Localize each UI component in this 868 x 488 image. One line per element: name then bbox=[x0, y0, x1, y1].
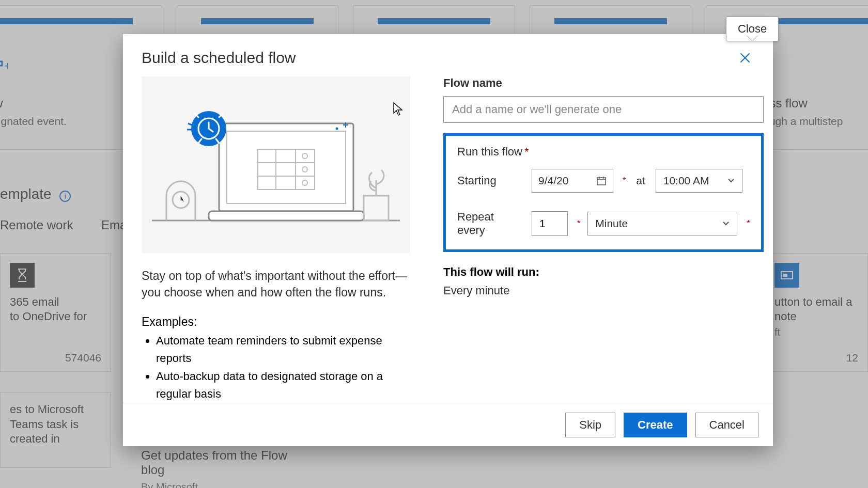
example-item: Auto-backup data to designated storage o… bbox=[156, 368, 410, 403]
create-button[interactable]: Create bbox=[624, 413, 687, 437]
starting-time-value: 10:00 AM bbox=[663, 175, 709, 187]
run-this-flow-label: Run this flow* bbox=[457, 145, 750, 159]
run-schedule-section: Run this flow* Starting 9/4/20 * at 10:0… bbox=[443, 133, 764, 252]
skip-button[interactable]: Skip bbox=[565, 413, 615, 437]
svg-rect-24 bbox=[597, 178, 606, 185]
repeat-unit-select[interactable]: Minute bbox=[587, 212, 737, 235]
chevron-down-icon bbox=[722, 221, 730, 226]
svg-rect-22 bbox=[364, 196, 389, 221]
close-button[interactable] bbox=[736, 49, 754, 67]
close-icon bbox=[739, 52, 751, 64]
repeat-row: Repeat every * Minute * bbox=[457, 210, 750, 237]
starting-date-input[interactable]: 9/4/20 bbox=[532, 169, 613, 193]
flow-name-input[interactable] bbox=[443, 96, 764, 123]
dialog-right-pane: Flow name Run this flow* Starting 9/4/20… bbox=[427, 76, 764, 403]
svg-rect-7 bbox=[227, 131, 346, 203]
flow-run-summary-value: Every minute bbox=[443, 284, 764, 297]
scheduled-flow-dialog: Build a scheduled flow bbox=[123, 34, 773, 446]
flow-run-summary-label: This flow will run: bbox=[443, 265, 764, 279]
starting-label: Starting bbox=[457, 174, 524, 187]
required-marker: * bbox=[623, 176, 626, 185]
dialog-left-pane: Stay on top of what's important without … bbox=[142, 76, 427, 403]
required-marker: * bbox=[577, 219, 580, 228]
starting-row: Starting 9/4/20 * at 10:00 AM bbox=[457, 169, 750, 193]
dialog-body: Stay on top of what's important without … bbox=[123, 76, 773, 403]
flow-name-label: Flow name bbox=[443, 76, 764, 90]
examples-label: Examples: bbox=[142, 315, 410, 329]
example-item: Automate team reminders to submit expens… bbox=[156, 332, 410, 367]
dialog-header: Build a scheduled flow bbox=[123, 34, 773, 76]
repeat-every-label: Repeat every bbox=[457, 210, 524, 237]
starting-date-value: 9/4/20 bbox=[538, 175, 568, 187]
dialog-description: Stay on top of what's important without … bbox=[142, 267, 410, 301]
svg-rect-8 bbox=[209, 211, 364, 221]
starting-time-select[interactable]: 10:00 AM bbox=[656, 169, 742, 193]
repeat-unit-value: Minute bbox=[595, 217, 628, 230]
examples-list: Automate team reminders to submit expens… bbox=[142, 332, 410, 402]
chevron-down-icon bbox=[727, 178, 735, 183]
svg-point-23 bbox=[336, 128, 338, 130]
dialog-footer: Skip Create Cancel bbox=[123, 403, 773, 447]
repeat-count-input[interactable] bbox=[532, 211, 568, 236]
cancel-button[interactable]: Cancel bbox=[695, 413, 758, 437]
dialog-title: Build a scheduled flow bbox=[142, 49, 296, 67]
required-marker: * bbox=[747, 219, 750, 228]
at-label: at bbox=[636, 175, 645, 187]
calendar-icon bbox=[596, 176, 607, 186]
close-tooltip: Close bbox=[726, 17, 779, 41]
scheduled-flow-illustration bbox=[142, 76, 410, 253]
